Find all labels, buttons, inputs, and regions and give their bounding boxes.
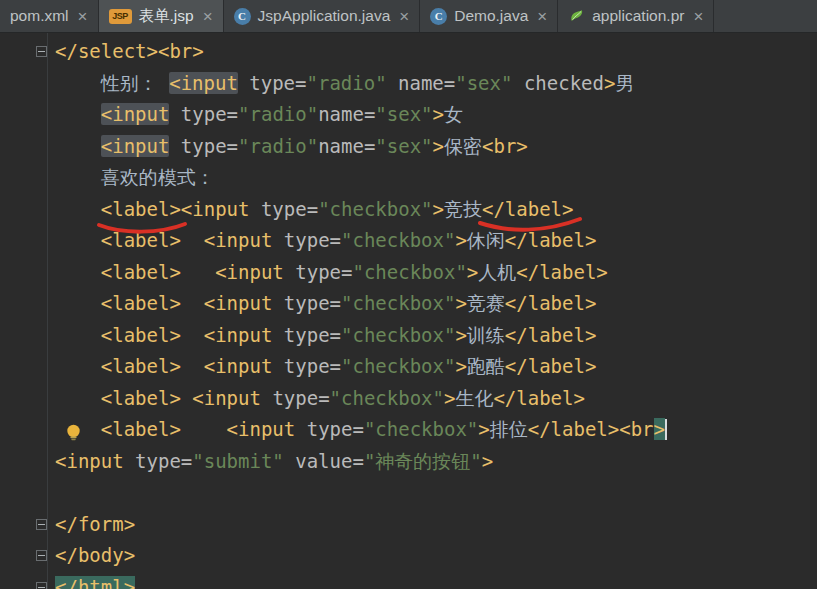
code-token: "神奇的按钮" [364, 450, 482, 472]
tab-close-icon[interactable]: × [537, 8, 547, 25]
code-token: type= [272, 229, 341, 251]
code-token: > [444, 387, 455, 409]
gutter [0, 194, 47, 226]
code-token [238, 72, 249, 94]
code-token: "checkbox" [352, 261, 466, 283]
code-token: > [455, 229, 466, 251]
code-token [55, 387, 101, 409]
tab-form-jsp[interactable]: JSP表单.jsp× [99, 0, 224, 32]
code-token: <label> [101, 324, 181, 346]
code-token [55, 355, 101, 377]
code-line-text: <label> <input type="checkbox">排位</label… [47, 414, 667, 446]
tab-demo-java[interactable]: CDemo.java× [420, 0, 558, 32]
code-token: type= [124, 450, 193, 472]
code-token: "radio" [307, 72, 387, 94]
code-token: > [455, 292, 466, 314]
code-line-text: <label> <input type="checkbox">训练</label… [47, 320, 596, 352]
tab-jsp-application-java[interactable]: CJspApplication.java× [224, 0, 421, 32]
code-token [55, 103, 101, 125]
code-token [55, 292, 101, 314]
gutter [0, 383, 47, 415]
code-token: type= [181, 103, 238, 125]
code-token: > [455, 355, 466, 377]
gutter [0, 351, 47, 383]
code-token: > [654, 418, 665, 440]
fold-marker-icon[interactable] [36, 550, 47, 561]
code-token: <label> [101, 261, 181, 283]
code-token: type= [261, 387, 330, 409]
tab-label: pom.xml [10, 7, 69, 25]
code-line-text: 性别： <input type="radio" name="sex" check… [47, 68, 634, 100]
code-token [169, 103, 180, 125]
gutter [0, 320, 47, 352]
code-token: 男 [615, 72, 634, 94]
code-editor[interactable]: </select><br> 性别： <input type="radio" na… [0, 33, 817, 589]
tab-close-icon[interactable]: × [693, 8, 703, 25]
code-line-text: 喜欢的模式： [47, 162, 215, 194]
ide-window: pom.xml×JSP表单.jsp×CJspApplication.java×C… [0, 0, 817, 589]
fold-marker-icon[interactable] [36, 519, 47, 530]
tab-close-icon[interactable]: × [399, 8, 409, 25]
code-token: "sex" [455, 72, 512, 94]
gutter [0, 131, 47, 163]
code-token: <input [101, 135, 170, 157]
code-token: > [482, 450, 493, 472]
code-token: 性别： [55, 72, 169, 94]
code-token: <label> [101, 355, 181, 377]
gutter [0, 572, 47, 589]
code-token: "checkbox" [341, 355, 455, 377]
code-token: <input [204, 324, 273, 346]
code-line [0, 477, 817, 509]
tab-application-properties[interactable]: application.pr× [558, 0, 714, 32]
code-area: </select><br> 性别： <input type="radio" na… [0, 36, 817, 589]
tab-pom-xml[interactable]: pom.xml× [0, 0, 99, 32]
code-line: </form> [0, 509, 817, 541]
code-token: type= [249, 198, 318, 220]
gutter [0, 68, 47, 100]
spring-file-icon [568, 8, 585, 25]
code-token: "radio" [238, 135, 318, 157]
code-token [181, 261, 215, 283]
code-line-text: </form> [47, 509, 135, 541]
gutter [0, 288, 47, 320]
tab-close-icon[interactable]: × [78, 8, 88, 25]
code-token: <input [101, 103, 170, 125]
code-token: > [467, 261, 478, 283]
code-token [169, 135, 180, 157]
code-token: value= [284, 450, 364, 472]
code-token [181, 418, 227, 440]
code-token: checked [524, 72, 604, 94]
code-token: <br> [482, 135, 528, 157]
code-token: 女 [444, 103, 463, 125]
code-line: </select><br> [0, 36, 817, 68]
code-token: </html> [55, 576, 135, 589]
code-line-text: <label> <input type="checkbox">跑酷</label… [47, 351, 596, 383]
gutter [0, 225, 47, 257]
code-token: > [433, 103, 444, 125]
code-token: name= [398, 72, 455, 94]
code-token: > [604, 72, 615, 94]
code-token [181, 229, 204, 251]
code-line-text: <input type="radio"name="sex">女 [47, 99, 463, 131]
code-token: 生化 [455, 387, 493, 409]
code-token: type= [249, 72, 306, 94]
tab-close-icon[interactable]: × [203, 8, 213, 25]
class-file-icon: C [430, 8, 447, 25]
code-token: 排位 [490, 418, 528, 440]
code-token: "submit" [192, 450, 284, 472]
code-token: </label> [505, 229, 597, 251]
text-caret [665, 419, 667, 440]
code-token: "checkbox" [341, 292, 455, 314]
fold-marker-icon[interactable] [36, 582, 47, 589]
fold-marker-icon[interactable] [36, 46, 47, 57]
code-token: "checkbox" [330, 387, 444, 409]
code-token: 休闲 [467, 229, 505, 251]
code-token: <label> [101, 229, 181, 251]
code-token: "radio" [238, 103, 318, 125]
code-token: > [455, 324, 466, 346]
code-token [55, 324, 101, 346]
gutter [0, 99, 47, 131]
code-token: <label> [101, 292, 181, 314]
code-token: "checkbox" [318, 198, 432, 220]
gutter [0, 509, 47, 541]
